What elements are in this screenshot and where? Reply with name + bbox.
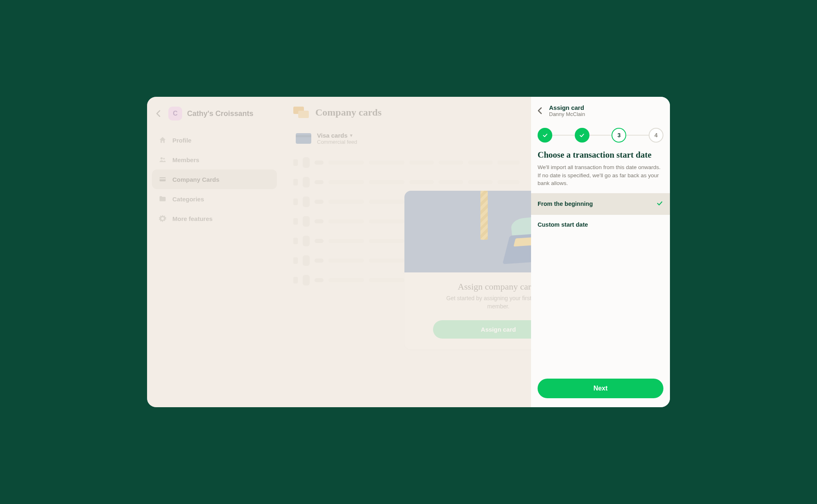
main-area: Company cards Visa cards ▾ Commercial fe… — [282, 97, 531, 407]
option-label: From the beginning — [538, 201, 593, 207]
app-window: C Cathy's Croissants Profile Members Com… — [147, 97, 670, 407]
assign-card-button[interactable]: Assign card — [433, 320, 531, 339]
workspace-header: C Cathy's Croissants — [152, 105, 277, 130]
workspace-avatar: C — [168, 107, 182, 120]
step-2 — [575, 128, 589, 143]
svg-point-0 — [161, 157, 163, 159]
panel-subtitle: Danny McClain — [549, 111, 585, 117]
sidebar-item-categories[interactable]: Categories — [152, 189, 277, 209]
feed-name: Visa cards — [317, 132, 348, 139]
company-cards-icon — [293, 107, 309, 118]
next-button[interactable]: Next — [538, 379, 663, 398]
feed-subtitle: Commercial feed — [317, 139, 357, 145]
sidebar-item-profile[interactable]: Profile — [152, 130, 277, 150]
option-custom-date[interactable]: Custom start date — [531, 215, 670, 234]
page-title: Company cards — [315, 107, 382, 118]
assign-card-panel: Assign card Danny McClain 3 4 Choose a t… — [531, 97, 670, 407]
main-title-row: Company cards — [293, 107, 520, 118]
card-image-icon — [296, 133, 311, 144]
sidebar-item-label: Profile — [172, 137, 192, 144]
folder-icon — [158, 195, 167, 203]
chevron-down-icon: ▾ — [350, 133, 353, 138]
svg-point-1 — [163, 158, 165, 160]
skeleton-row — [293, 157, 520, 168]
sidebar: C Cathy's Croissants Profile Members Com… — [147, 97, 282, 407]
empty-state-title: Assign company cards — [404, 281, 531, 292]
panel-description: We'll import all transaction from this d… — [531, 163, 670, 193]
panel-header: Assign card Danny McClain — [531, 97, 670, 122]
option-from-beginning[interactable]: From the beginning — [531, 193, 670, 215]
people-icon — [158, 156, 167, 164]
panel-back-icon[interactable] — [535, 106, 545, 116]
empty-state-subtitle: Get started by assigning your first card… — [404, 294, 531, 310]
option-label: Custom start date — [538, 221, 588, 228]
card-feed-selector[interactable]: Visa cards ▾ Commercial feed — [293, 129, 520, 155]
svg-rect-3 — [160, 178, 166, 180]
workspace-name: Cathy's Croissants — [187, 109, 253, 118]
sidebar-item-label: Members — [172, 156, 199, 163]
step-4: 4 — [649, 128, 663, 143]
sidebar-item-label: More features — [172, 215, 212, 222]
check-icon — [656, 200, 663, 208]
skeleton-row — [293, 177, 520, 187]
sidebar-item-more-features[interactable]: More features — [152, 209, 277, 228]
empty-state-card: Assign company cards Get started by assi… — [404, 191, 531, 349]
feed-title: Visa cards ▾ — [317, 132, 357, 139]
home-icon — [158, 136, 167, 144]
step-3: 3 — [612, 128, 626, 143]
stepper: 3 4 — [531, 122, 670, 149]
sidebar-item-company-cards[interactable]: Company Cards — [152, 169, 277, 189]
panel-section-title: Choose a transaction start date — [531, 149, 670, 163]
step-1 — [538, 128, 552, 143]
illustration — [404, 191, 531, 272]
panel-title: Assign card — [549, 104, 585, 111]
back-icon[interactable] — [154, 109, 163, 118]
sidebar-item-label: Company Cards — [172, 176, 219, 183]
gear-icon — [158, 214, 167, 223]
sidebar-item-label: Categories — [172, 196, 204, 203]
sidebar-item-members[interactable]: Members — [152, 150, 277, 169]
card-icon — [158, 175, 167, 183]
